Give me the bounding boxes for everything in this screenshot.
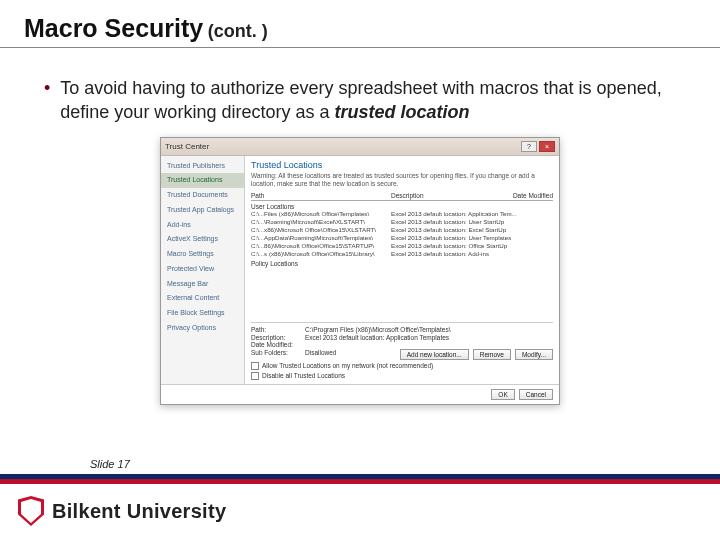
disable-all-checkbox[interactable] bbox=[251, 372, 259, 380]
bullet-dot-icon: • bbox=[44, 76, 50, 125]
detail-date-label: Date Modified: bbox=[251, 341, 305, 348]
sidebar-item-trusted-app-catalogs[interactable]: Trusted App Catalogs bbox=[161, 203, 244, 218]
dialog-footer: OK Cancel bbox=[161, 384, 559, 404]
disable-all-label: Disable all Trusted Locations bbox=[262, 372, 345, 379]
sidebar-item-protected-view[interactable]: Protected View bbox=[161, 262, 244, 277]
table-row[interactable]: C:\...x86)\Microsoft Office\Office15\XLS… bbox=[251, 226, 553, 234]
dialog-container: Trust Center ? × Trusted Publishers Trus… bbox=[0, 137, 720, 405]
sidebar-item-file-block[interactable]: File Block Settings bbox=[161, 306, 244, 321]
group-user-locations: User Locations bbox=[251, 203, 553, 210]
warning-text: Warning: All these locations are treated… bbox=[251, 172, 553, 188]
logo-area: Bilkent University bbox=[18, 496, 226, 526]
table-row[interactable]: C:\...86)\Microsoft Office\Office15\STAR… bbox=[251, 242, 553, 250]
allow-network-label: Allow Trusted Locations on my network (n… bbox=[262, 362, 433, 369]
dialog-body: Trusted Publishers Trusted Locations Tru… bbox=[161, 156, 559, 384]
bullet-area: • To avoid having to authorize every spr… bbox=[0, 48, 720, 133]
sidebar-item-trusted-publishers[interactable]: Trusted Publishers bbox=[161, 159, 244, 174]
sidebar-item-activex[interactable]: ActiveX Settings bbox=[161, 232, 244, 247]
table-row[interactable]: C:\...AppData\Roaming\Microsoft\Template… bbox=[251, 234, 553, 242]
university-name: Bilkent University bbox=[52, 500, 226, 523]
slide-title-area: Macro Security (cont. ) bbox=[0, 0, 720, 48]
detail-desc-value: Excel 2013 default location: Application… bbox=[305, 334, 449, 341]
col-description: Description bbox=[391, 192, 501, 199]
allow-network-checkbox[interactable] bbox=[251, 362, 259, 370]
slide-title-suffix: (cont. ) bbox=[208, 21, 268, 41]
col-date: Date Modified bbox=[501, 192, 553, 199]
group-policy-locations: Policy Locations bbox=[251, 260, 553, 267]
slide-title: Macro Security bbox=[24, 14, 203, 42]
trust-center-dialog: Trust Center ? × Trusted Publishers Trus… bbox=[160, 137, 560, 405]
detail-desc-label: Description: bbox=[251, 334, 305, 341]
dialog-title: Trust Center bbox=[165, 142, 209, 151]
detail-path-label: Path: bbox=[251, 326, 305, 333]
sidebar-item-trusted-locations[interactable]: Trusted Locations bbox=[161, 173, 244, 188]
window-buttons: ? × bbox=[521, 141, 555, 152]
university-crest-icon bbox=[18, 496, 44, 526]
bullet-item: • To avoid having to authorize every spr… bbox=[44, 76, 686, 125]
table-row[interactable]: C:\...\Roaming\Microsoft\Excel\XLSTART\E… bbox=[251, 218, 553, 226]
bullet-text-emph: trusted location bbox=[334, 102, 469, 122]
detail-path-value: C:\Program Files (x86)\Microsoft Office\… bbox=[305, 326, 450, 333]
detail-sub-value: Disallowed bbox=[305, 349, 400, 360]
remove-button[interactable]: Remove bbox=[473, 349, 511, 360]
location-rows: C:\...Files (x86)\Microsoft Office\Templ… bbox=[251, 210, 553, 258]
sidebar-item-privacy[interactable]: Privacy Options bbox=[161, 321, 244, 336]
details-pane: Path:C:\Program Files (x86)\Microsoft Of… bbox=[251, 322, 553, 380]
dialog-titlebar: Trust Center ? × bbox=[161, 138, 559, 156]
cancel-button[interactable]: Cancel bbox=[519, 389, 553, 400]
modify-button[interactable]: Modify... bbox=[515, 349, 553, 360]
sidebar-item-external-content[interactable]: External Content bbox=[161, 291, 244, 306]
footer-strip-red bbox=[0, 479, 720, 484]
slide-number: Slide 17 bbox=[90, 458, 130, 470]
sidebar-item-message-bar[interactable]: Message Bar bbox=[161, 277, 244, 292]
help-button[interactable]: ? bbox=[521, 141, 537, 152]
detail-sub-label: Sub Folders: bbox=[251, 349, 305, 360]
sidebar-item-addins[interactable]: Add-ins bbox=[161, 218, 244, 233]
bullet-text: To avoid having to authorize every sprea… bbox=[60, 76, 686, 125]
sidebar: Trusted Publishers Trusted Locations Tru… bbox=[161, 156, 245, 384]
table-row[interactable]: C:\...Files (x86)\Microsoft Office\Templ… bbox=[251, 210, 553, 218]
col-path: Path bbox=[251, 192, 391, 199]
table-row[interactable]: C:\...s (x86)\Microsoft Office\Office15\… bbox=[251, 250, 553, 258]
column-headers: Path Description Date Modified bbox=[251, 191, 553, 201]
close-button[interactable]: × bbox=[539, 141, 555, 152]
panel-heading: Trusted Locations bbox=[251, 160, 553, 170]
sidebar-item-trusted-documents[interactable]: Trusted Documents bbox=[161, 188, 244, 203]
main-panel: Trusted Locations Warning: All these loc… bbox=[245, 156, 559, 384]
ok-button[interactable]: OK bbox=[491, 389, 514, 400]
sidebar-item-macro-settings[interactable]: Macro Settings bbox=[161, 247, 244, 262]
add-location-button[interactable]: Add new location... bbox=[400, 349, 469, 360]
